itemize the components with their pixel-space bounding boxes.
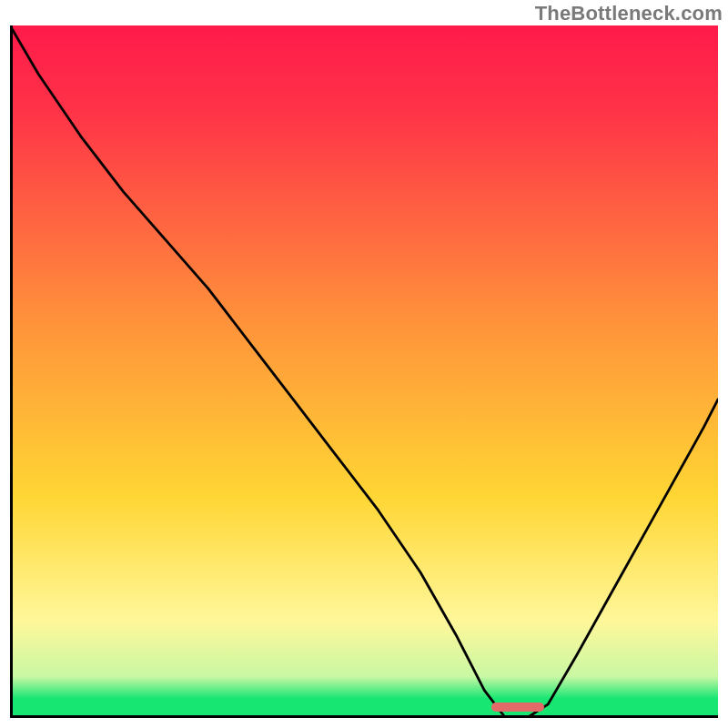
watermark-text: TheBottleneck.com (535, 2, 723, 25)
optimal-range-marker (491, 703, 544, 712)
bottleneck-chart: TheBottleneck.com (0, 0, 728, 728)
gradient-background (10, 25, 718, 718)
plot-area (10, 25, 718, 718)
